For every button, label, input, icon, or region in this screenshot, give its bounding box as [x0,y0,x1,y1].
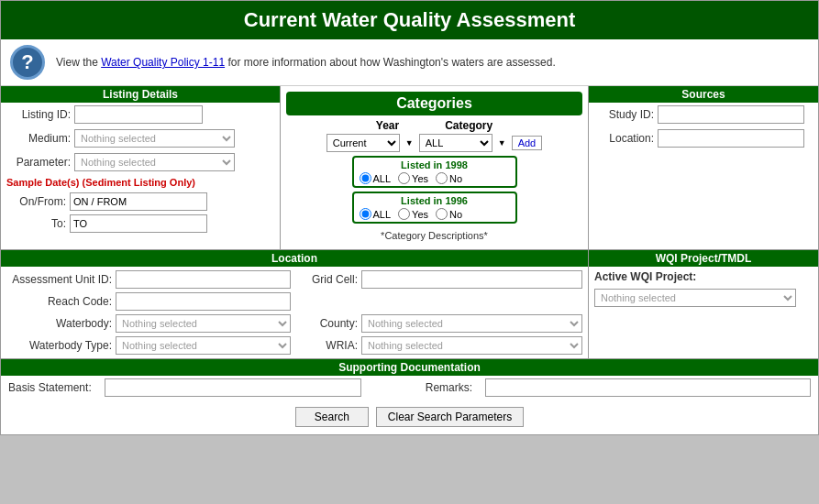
mid-row: Location Assessment Unit ID: Grid Cell: … [1,250,818,359]
grid-cell-field: Grid Cell: [298,270,582,289]
grid-cell-label: Grid Cell: [298,273,358,286]
au-id-label: Assessment Unit ID: [6,273,112,286]
grid-cell-input[interactable] [361,270,582,289]
year-header: Year [376,119,399,132]
listed-1996-all-label[interactable]: ALL [360,208,392,220]
sources-header: Sources [589,86,818,103]
listed-1996-no-radio[interactable] [436,208,448,220]
listed-1996-all-radio[interactable] [360,208,371,220]
location-row: Location: [589,126,818,150]
listing-id-row: Listing ID: [1,103,280,126]
reach-code-label: Reach Code: [6,295,112,308]
empty-cell [298,292,582,311]
basis-label: Basis Statement: [8,381,92,394]
categories-title: Categories [286,92,582,115]
parameter-label: Parameter: [6,156,71,169]
listed-1996-yes-label[interactable]: Yes [398,208,428,220]
supporting-row: Basis Statement: Remarks: [1,376,818,400]
listing-details-col: Listing Details Listing ID: Medium: Noth… [1,86,281,249]
cat-chevron: ▼ [498,138,506,148]
waterbody-type-field: Waterbody Type: Nothing selected [6,336,291,355]
listed-1996-box: Listed in 1996 ALL Yes No [352,192,517,224]
remarks-label: Remarks: [426,381,472,394]
parameter-select[interactable]: Nothing selected [74,153,235,171]
reach-code-field: Reach Code: [6,292,291,311]
to-label: To: [6,217,66,230]
cat-row: Current ▼ ALL ▼ Add [286,134,582,152]
listed-1998-yes-label[interactable]: Yes [398,172,428,184]
study-id-row: Study ID: [589,103,818,126]
on-from-label: On/From: [6,195,66,208]
search-button[interactable]: Search [295,407,369,427]
on-from-row: On/From: [1,191,280,213]
parameter-row: Parameter: Nothing selected [1,150,280,174]
info-text: View the Water Quality Policy 1-11 for m… [56,56,556,69]
listing-id-input[interactable] [74,105,203,124]
wqi-col: WQI Project/TMDL Active WQI Project: Not… [589,250,818,358]
sample-date-label: Sample Date(s) (Sediment Listing Only) [1,174,280,191]
to-input[interactable] [70,214,207,233]
listed-1996-title: Listed in 1996 [360,195,510,206]
categories-col: Categories Year Category Current ▼ ALL ▼… [281,86,589,249]
study-id-input[interactable] [658,105,804,124]
listing-details-header: Listing Details [1,86,280,103]
cat-desc: *Category Descriptions* [286,227,582,244]
waterbody-select[interactable]: Nothing selected [116,314,291,333]
county-label: County: [298,317,358,330]
listed-1998-title: Listed in 1998 [360,159,510,170]
remarks-input[interactable] [485,378,811,397]
main-container: Current Water Quality Assessment ? View … [0,0,819,435]
to-row: To: [1,213,280,235]
category-header: Category [445,119,493,132]
info-icon: ? [10,45,45,80]
listing-id-label: Listing ID: [6,108,71,121]
location-grid: Assessment Unit ID: Grid Cell: Reach Cod… [1,267,588,358]
county-select[interactable]: Nothing selected [361,314,582,333]
waterbody-field: Waterbody: Nothing selected [6,314,291,333]
wria-field: WRIA: Nothing selected [298,336,582,355]
cat-headers: Year Category [286,119,582,132]
au-id-input[interactable] [116,270,291,289]
study-id-label: Study ID: [594,108,654,121]
listed-1998-no-radio[interactable] [436,172,448,184]
categories-inner: Categories Year Category Current ▼ ALL ▼… [281,86,588,249]
location-label: Location: [594,132,654,145]
wqi-inner: Active WQI Project: Nothing selected [589,267,818,311]
listed-1998-all-radio[interactable] [360,172,371,184]
medium-select[interactable]: Nothing selected [74,129,235,148]
info-link[interactable]: Water Quality Policy 1-11 [101,56,225,69]
listed-1996-radios: ALL Yes No [360,208,510,220]
waterbody-type-label: Waterbody Type: [6,339,112,352]
active-wqi-select[interactable]: Nothing selected [594,289,796,307]
info-post: for more information about how Washingto… [225,56,556,69]
location-input[interactable] [658,129,804,148]
category-select[interactable]: ALL [419,134,493,152]
listed-1998-yes-radio[interactable] [398,172,410,184]
location-header: Location [1,250,588,267]
supporting-header: Supporting Documentation [1,359,818,376]
wqi-header: WQI Project/TMDL [589,250,818,267]
add-button[interactable]: Add [512,136,543,150]
medium-label: Medium: [6,132,71,145]
reach-code-input[interactable] [116,292,291,311]
waterbody-label: Waterbody: [6,317,112,330]
supporting-section: Supporting Documentation Basis Statement… [1,359,818,400]
sources-col: Sources Study ID: Location: [589,86,818,249]
listed-1998-no-label[interactable]: No [436,172,462,184]
listed-1998-box: Listed in 1998 ALL Yes No [352,156,517,188]
county-field: County: Nothing selected [298,314,582,333]
year-chevron: ▼ [405,138,414,148]
waterbody-type-select[interactable]: Nothing selected [116,336,291,355]
medium-row: Medium: Nothing selected [1,126,280,150]
clear-button[interactable]: Clear Search Parameters [376,407,524,427]
listed-1996-no-label[interactable]: No [436,208,462,220]
location-col: Location Assessment Unit ID: Grid Cell: … [1,250,589,358]
year-select[interactable]: Current [326,134,400,152]
wria-select[interactable]: Nothing selected [361,336,582,355]
basis-input[interactable] [105,378,361,397]
active-wqi-label: Active WQI Project: [594,270,813,283]
on-from-input[interactable] [70,192,207,211]
listed-1996-yes-radio[interactable] [398,208,410,220]
listed-1998-all-label[interactable]: ALL [360,172,392,184]
button-row: Search Clear Search Parameters [1,400,818,434]
